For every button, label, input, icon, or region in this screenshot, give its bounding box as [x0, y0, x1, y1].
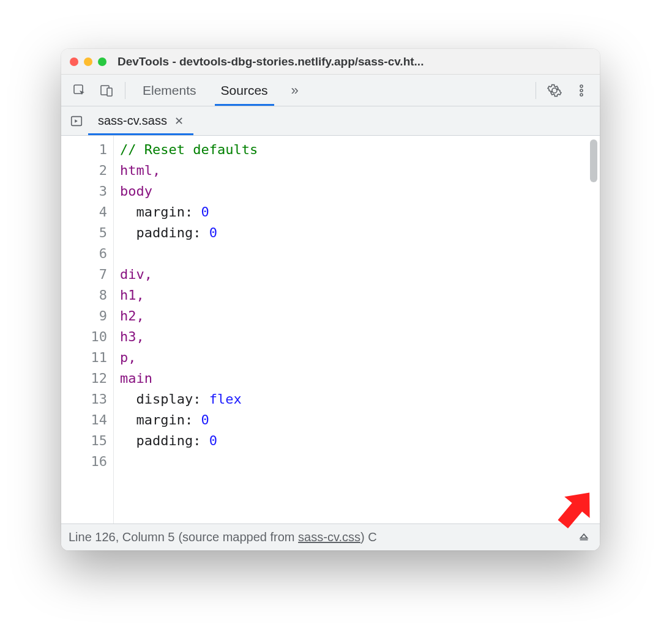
svg-point-4	[580, 89, 583, 92]
navigator-toggle-button[interactable]	[65, 106, 88, 135]
code-line: padding: 0	[120, 223, 594, 243]
line-number: 1	[65, 139, 107, 160]
status-bar: Line 126, Column 5 (source mapped from s…	[61, 523, 600, 550]
kebab-menu-button[interactable]	[569, 78, 594, 103]
minimize-window-button[interactable]	[84, 57, 92, 66]
code-line: p,	[120, 347, 594, 368]
line-number: 7	[65, 264, 107, 285]
code-line: div,	[120, 264, 594, 285]
settings-button[interactable]	[542, 78, 567, 103]
scrollbar-thumb[interactable]	[590, 139, 597, 182]
code-line: h3,	[120, 327, 594, 347]
file-tabstrip: sass-cv.sass ✕	[61, 106, 600, 136]
code-line: h1,	[120, 285, 594, 306]
line-number: 10	[65, 327, 107, 347]
toolbar-separator	[536, 82, 536, 99]
main-toolbar: Elements Sources »	[61, 75, 600, 106]
inspect-element-button[interactable]	[67, 78, 92, 103]
line-number: 9	[65, 306, 107, 327]
show-drawer-button[interactable]	[575, 529, 592, 546]
code-content[interactable]: // Reset defaultshtml,body margin: 0 pad…	[114, 136, 600, 523]
code-line: margin: 0	[120, 202, 594, 223]
device-toolbar-button[interactable]	[94, 78, 119, 103]
code-line: html,	[120, 160, 594, 181]
line-number: 13	[65, 389, 107, 410]
code-line: h2,	[120, 306, 594, 327]
code-line: body	[120, 181, 594, 202]
code-line	[120, 451, 594, 472]
tab-elements[interactable]: Elements	[132, 75, 207, 106]
cursor-position: Line 126, Column 5	[69, 530, 174, 544]
line-number: 6	[65, 243, 107, 264]
maximize-window-button[interactable]	[98, 57, 106, 66]
source-map-link[interactable]: sass-cv.css	[298, 530, 360, 544]
line-number: 5	[65, 223, 107, 243]
toolbar-separator	[125, 82, 125, 99]
traffic-lights	[70, 57, 106, 66]
file-tab-label: sass-cv.sass	[98, 114, 167, 128]
line-number: 11	[65, 347, 107, 368]
tab-sources[interactable]: Sources	[210, 75, 279, 106]
code-line: main	[120, 368, 594, 389]
file-tab-sass-cv[interactable]: sass-cv.sass ✕	[88, 106, 193, 135]
line-number: 16	[65, 451, 107, 472]
devtools-window: DevTools - devtools-dbg-stories.netlify.…	[61, 49, 600, 550]
line-gutter: 12345678910111213141516	[61, 136, 114, 523]
line-number: 2	[65, 160, 107, 181]
line-number: 3	[65, 181, 107, 202]
svg-point-3	[580, 85, 583, 87]
line-number: 14	[65, 410, 107, 431]
code-line	[120, 243, 594, 264]
code-line: display: flex	[120, 389, 594, 410]
line-number: 8	[65, 285, 107, 306]
code-line: margin: 0	[120, 410, 594, 431]
source-map-info: (source mapped from sass-cv.css) C	[178, 530, 376, 544]
window-title: DevTools - devtools-dbg-stories.netlify.…	[118, 55, 591, 68]
titlebar: DevTools - devtools-dbg-stories.netlify.…	[61, 49, 600, 75]
svg-rect-2	[107, 88, 112, 96]
line-number: 12	[65, 368, 107, 389]
line-number: 15	[65, 431, 107, 451]
more-panels-button[interactable]: »	[282, 83, 308, 98]
line-number: 4	[65, 202, 107, 223]
close-window-button[interactable]	[70, 57, 78, 66]
code-line: // Reset defaults	[120, 139, 594, 160]
code-editor[interactable]: 12345678910111213141516 // Reset default…	[61, 136, 600, 523]
code-line: padding: 0	[120, 431, 594, 451]
close-tab-button[interactable]: ✕	[174, 114, 184, 128]
svg-point-5	[580, 94, 583, 96]
